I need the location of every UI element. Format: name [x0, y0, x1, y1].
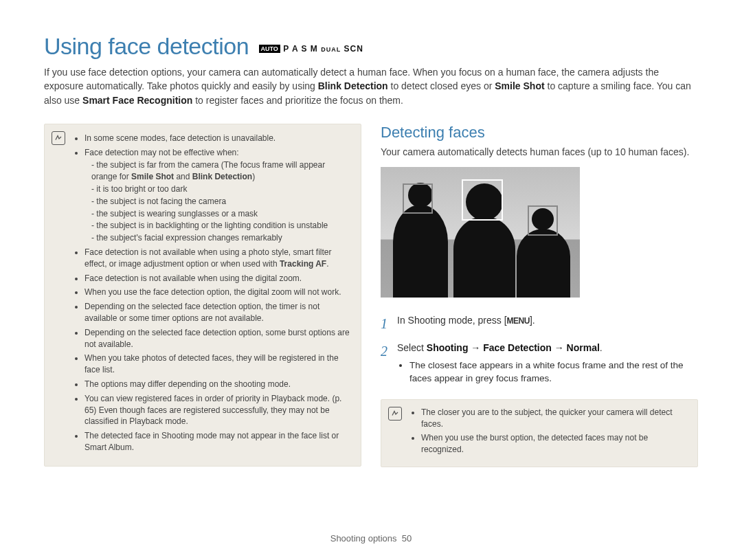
note-item: The options may differ depending on the … [85, 379, 350, 390]
left-column: In some scene modes, face detection is u… [44, 124, 361, 467]
mode-scn: SCN [344, 44, 363, 54]
note-item: You can view registered faces in order o… [85, 393, 350, 427]
note-subitem: the subject's facial expression changes … [91, 232, 350, 244]
footer-page-number: 50 [402, 533, 412, 544]
note-item: Depending on the selected face detection… [85, 301, 350, 324]
note-subitem: the subject is in backlighting or the li… [91, 220, 350, 232]
steps-list: 1 In Shooting mode, press [MENU]. 2 Sele… [381, 314, 698, 386]
silhouette-3 [517, 229, 570, 298]
note-list: The closer you are to the subject, the q… [412, 407, 688, 456]
mode-dual: DUAL [321, 46, 341, 53]
page-title: Using face detection [44, 33, 249, 60]
focus-frame-white [462, 179, 503, 221]
note-item: The closer you are to the subject, the q… [421, 407, 688, 430]
step-body: In Shooting mode, press [MENU]. [397, 314, 698, 333]
silhouette-2 [453, 216, 515, 298]
silhouette-1 [393, 205, 448, 298]
step-body: Select Shooting → Face Detection → Norma… [397, 341, 698, 386]
note-icon [388, 407, 402, 421]
focus-frame-grey [403, 183, 433, 214]
note-item: Face detection is not available when usi… [85, 247, 350, 270]
note-subitem: it is too bright or too dark [91, 183, 350, 195]
step-2: 2 Select Shooting → Face Detection → Nor… [381, 341, 698, 386]
note-box-right: The closer you are to the subject, the q… [381, 399, 698, 467]
note-item: When you take photos of detected faces, … [85, 352, 350, 376]
note-item: When you use the face detection option, … [85, 287, 350, 298]
step-1: 1 In Shooting mode, press [MENU]. [381, 314, 698, 333]
footer-section: Shooting options [330, 533, 397, 544]
two-column-layout: In some scene modes, face detection is u… [44, 124, 698, 467]
section-title: Detecting faces [381, 124, 698, 142]
menu-key-label: MENU [507, 315, 530, 327]
note-item: Depending on the selected face detection… [85, 327, 350, 350]
step-number: 1 [381, 314, 397, 333]
step-sub-bullets: The closest face appears in a white focu… [397, 359, 698, 385]
step-sub-bullet: The closest face appears in a white focu… [409, 359, 698, 385]
mode-letters: P A S M [283, 44, 318, 54]
focus-frame-grey [528, 205, 558, 236]
mode-auto-badge: AUTO [259, 45, 280, 53]
note-box-left: In some scene modes, face detection is u… [44, 124, 361, 467]
step-number: 2 [381, 341, 397, 386]
note-item: Face detection may not be effective when… [85, 147, 350, 244]
note-icon [52, 131, 65, 145]
mode-icons: AUTO P A S M DUAL SCN [259, 44, 363, 54]
note-sublist: the subject is far from the camera (The … [85, 159, 350, 244]
note-item: In some scene modes, face detection is u… [85, 133, 350, 144]
right-column: Detecting faces Your camera automaticall… [381, 124, 698, 467]
note-list: In some scene modes, face detection is u… [75, 133, 350, 453]
note-item: Face detection is not available when usi… [85, 273, 350, 284]
note-subitem: the subject is not facing the camera [91, 196, 350, 208]
page-footer: Shooting options 50 [0, 533, 742, 544]
face-detection-illustration [381, 167, 580, 298]
note-item: The detected face in Shooting mode may n… [85, 430, 350, 453]
section-intro: Your camera automatically detects human … [381, 146, 698, 159]
intro-paragraph: If you use face detection options, your … [44, 65, 698, 107]
title-row: Using face detection AUTO P A S M DUAL S… [44, 33, 698, 60]
note-subitem: the subject is far from the camera (The … [91, 159, 350, 183]
note-item: When you use the burst option, the detec… [421, 432, 688, 456]
note-subitem: the subject is wearing sunglasses or a m… [91, 208, 350, 220]
